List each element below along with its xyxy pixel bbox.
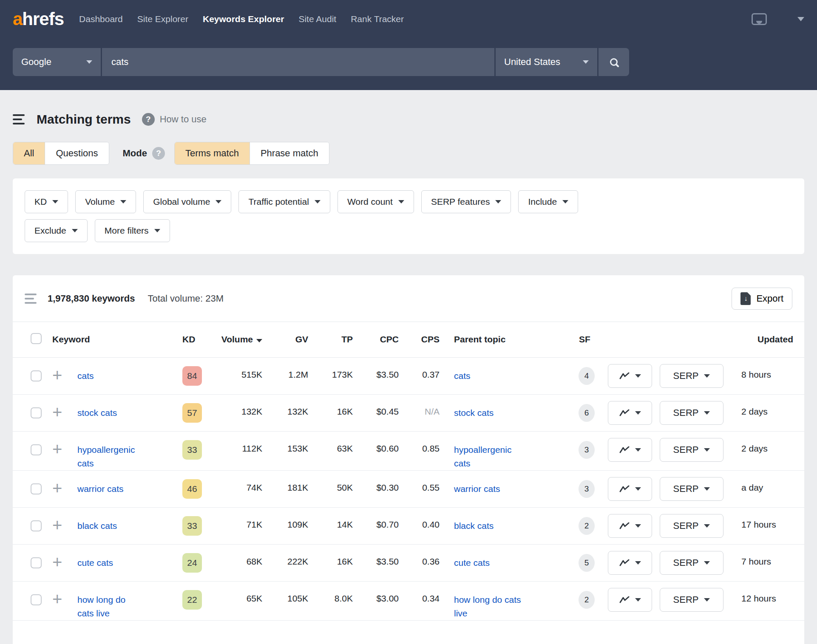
account-chevron-down-icon[interactable] — [797, 17, 804, 21]
parent-topic-link[interactable]: warrior cats — [454, 482, 500, 496]
nav-item[interactable]: Rank Tracker — [351, 14, 404, 24]
col-volume[interactable]: Volume — [206, 322, 262, 357]
trend-chart-button[interactable] — [608, 588, 652, 612]
search-engine-dropdown[interactable]: Google — [13, 48, 101, 76]
trend-chart-button[interactable] — [608, 477, 652, 501]
how-to-use-link[interactable]: How to use — [160, 114, 207, 125]
cell-cps: 0.40 — [399, 507, 440, 544]
parent-topic-link[interactable]: hypoallergenic cats — [454, 443, 524, 470]
keyword-link[interactable]: warrior cats — [77, 482, 124, 496]
parent-topic-link[interactable]: cats — [454, 369, 471, 383]
keyword-link[interactable]: cats — [77, 369, 94, 383]
cell-serp: SERP — [655, 357, 728, 394]
col-keyword[interactable]: Keyword — [47, 322, 181, 357]
add-to-list-icon[interactable]: + — [52, 480, 62, 496]
serp-button[interactable]: SERP — [660, 551, 723, 575]
add-to-list-icon[interactable]: + — [52, 367, 62, 383]
select-all-checkbox[interactable] — [31, 333, 42, 344]
col-sf[interactable]: SF — [572, 322, 601, 357]
trend-chart-button[interactable] — [608, 514, 652, 538]
keyword-link[interactable]: cute cats — [77, 556, 113, 570]
add-to-list-icon[interactable]: + — [52, 591, 62, 607]
reports-menu-icon[interactable] — [13, 114, 25, 124]
table-menu-icon[interactable] — [25, 294, 37, 304]
parent-topic-link[interactable]: how long do cats live — [454, 593, 524, 620]
filter-dropdown-button[interactable]: KD — [25, 190, 68, 213]
serp-button[interactable]: SERP — [660, 364, 723, 388]
cell-serp: SERP — [655, 581, 728, 620]
keyword-link[interactable]: black cats — [77, 519, 117, 533]
col-gv[interactable]: GV — [262, 322, 308, 357]
nav-item[interactable]: Keywords Explorer — [203, 14, 284, 24]
col-parent-topic[interactable]: Parent topic — [440, 322, 572, 357]
keyword-link[interactable]: how long do cats live — [77, 593, 142, 620]
col-cpc[interactable]: CPC — [353, 322, 399, 357]
parent-topic-link[interactable]: cute cats — [454, 556, 490, 570]
col-updated[interactable]: Updated — [728, 322, 804, 357]
trend-chart-button[interactable] — [608, 438, 652, 462]
filter-dropdown-button[interactable]: Traffic potential — [238, 190, 330, 213]
col-kd[interactable]: KD — [181, 322, 206, 357]
page-title: Matching terms — [37, 112, 131, 127]
country-dropdown[interactable]: United States — [494, 48, 597, 76]
filter-dropdown-button[interactable]: More filters — [95, 219, 170, 242]
parent-topic-link[interactable]: stock cats — [454, 406, 494, 420]
add-to-list-icon[interactable]: + — [52, 517, 62, 533]
cell-cpc: $0.30 — [353, 470, 399, 507]
serp-button[interactable]: SERP — [660, 438, 723, 462]
export-button[interactable]: ↓ Export — [732, 288, 792, 310]
serp-button[interactable]: SERP — [660, 514, 723, 538]
nav-item[interactable]: Dashboard — [79, 14, 123, 24]
cell-volume: 74K — [206, 470, 262, 507]
col-cps[interactable]: CPS — [399, 322, 440, 357]
filter-dropdown-button[interactable]: SERP features — [421, 190, 511, 213]
row-checkbox[interactable] — [31, 407, 42, 418]
col-tp[interactable]: TP — [308, 322, 353, 357]
logo-rest: hrefs — [22, 9, 64, 29]
add-to-list-icon[interactable]: + — [52, 554, 62, 570]
serp-button[interactable]: SERP — [660, 588, 723, 612]
match-mode-toggle[interactable]: Terms match — [175, 142, 250, 164]
filter-label: SERP features — [431, 197, 490, 207]
serp-button[interactable]: SERP — [660, 477, 723, 501]
filter-dropdown-button[interactable]: Include — [518, 190, 578, 213]
cell-chart — [601, 470, 655, 507]
cell-add: + — [47, 431, 74, 470]
cell-keyword: stock cats — [74, 394, 181, 431]
row-checkbox[interactable] — [31, 557, 42, 568]
parent-topic-link[interactable]: black cats — [454, 519, 494, 533]
row-checkbox[interactable] — [31, 483, 42, 494]
scope-toggle[interactable]: Questions — [45, 142, 108, 164]
keyword-link[interactable]: stock cats — [77, 406, 117, 420]
row-checkbox[interactable] — [31, 594, 42, 605]
row-checkbox[interactable] — [31, 520, 42, 531]
device-laptop-icon[interactable] — [752, 13, 767, 25]
match-mode-toggle[interactable]: Phrase match — [250, 142, 329, 164]
cell-tp: 8.0K — [308, 581, 353, 620]
ahrefs-logo[interactable]: ahrefs — [13, 9, 64, 29]
cell-cps: N/A — [399, 394, 440, 431]
trend-chart-button[interactable] — [608, 551, 652, 575]
nav-item[interactable]: Site Audit — [298, 14, 336, 24]
filter-dropdown-button[interactable]: Exclude — [25, 219, 88, 242]
add-to-list-icon[interactable]: + — [52, 404, 62, 420]
row-checkbox[interactable] — [31, 370, 42, 381]
filter-dropdown-button[interactable]: Word count — [338, 190, 414, 213]
keyword-link[interactable]: hypoallergenic cats — [77, 443, 142, 470]
filter-dropdown-button[interactable]: Global volume — [143, 190, 231, 213]
add-to-list-icon[interactable]: + — [52, 441, 62, 457]
serp-button[interactable]: SERP — [660, 401, 723, 425]
mode-question-icon[interactable]: ? — [152, 147, 165, 160]
keyword-input[interactable] — [102, 56, 494, 68]
trend-chart-button[interactable] — [608, 364, 652, 388]
help-question-icon[interactable]: ? — [142, 113, 155, 126]
search-submit-button[interactable] — [597, 48, 629, 76]
cell-updated: 12 hours — [728, 581, 804, 620]
cell-sf: 3 — [572, 470, 601, 507]
nav-item[interactable]: Site Explorer — [137, 14, 188, 24]
trend-chart-button[interactable] — [608, 401, 652, 425]
row-checkbox[interactable] — [31, 444, 42, 455]
scope-toggle[interactable]: All — [13, 142, 45, 164]
kd-badge: 46 — [182, 479, 202, 499]
filter-dropdown-button[interactable]: Volume — [75, 190, 136, 213]
